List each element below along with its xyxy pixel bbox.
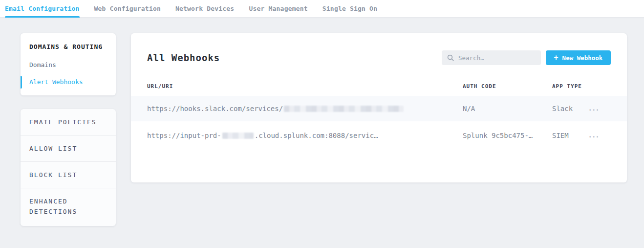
column-header-url: URL/URI [147, 83, 463, 90]
sidebar-item-email-policies[interactable]: EMAIL POLICIES [21, 109, 116, 135]
column-header-app: APP TYPE [552, 83, 589, 90]
redacted-blur [284, 106, 404, 112]
url-text: https://input-prd- [147, 132, 221, 139]
column-header-menu [589, 83, 611, 90]
row-menu-ellipsis-icon[interactable]: ••• [589, 135, 600, 139]
tab-label: Single Sign On [322, 5, 377, 12]
tab-email-configuration[interactable]: Email Configuration [5, 0, 80, 17]
webhook-url: https://input-prd-.cloud.splunk.com:8088… [147, 132, 463, 139]
plus-icon: + [554, 54, 558, 62]
auth-code: N/A [463, 105, 552, 113]
search-box [442, 50, 541, 65]
active-item-indicator [21, 76, 22, 89]
tab-network-devices[interactable]: Network Devices [175, 0, 234, 17]
page: Email Configuration Web Configuration Ne… [0, 0, 644, 248]
tab-user-management[interactable]: User Management [249, 0, 307, 17]
column-header-auth: AUTH CODE [463, 83, 552, 90]
sidebar-item-label: Domains [29, 61, 56, 68]
url-text: .cloud.splunk.com:8088/servic… [255, 132, 378, 139]
webhook-url: https://hooks.slack.com/services/ [147, 105, 463, 113]
domains-routing-header: DOMAINS & ROUTING [21, 43, 116, 50]
auth-code: Splunk 9c5bc475-… [463, 132, 552, 139]
table-row: https://input-prd-.cloud.splunk.com:8088… [131, 121, 627, 150]
domains-routing-card: DOMAINS & ROUTING Domains Alert Webhooks [21, 33, 116, 95]
search-input[interactable] [442, 50, 541, 65]
table-header-row: URL/URI AUTH CODE APP TYPE [131, 83, 627, 90]
panel-header: All Webhooks + New Webhook [131, 50, 627, 65]
app-type: Slack [552, 105, 589, 113]
url-text: https://hooks.slack.com/services/ [147, 105, 283, 113]
tab-web-configuration[interactable]: Web Configuration [94, 0, 161, 17]
tab-label: User Management [249, 5, 307, 12]
sidebar-item-label: Alert Webhooks [29, 78, 83, 86]
row-menu-ellipsis-icon[interactable]: ••• [589, 108, 600, 113]
table-row: https://hooks.slack.com/services/ N/A Sl… [131, 96, 627, 121]
active-tab-indicator [5, 16, 80, 18]
new-webhook-label: New Webhook [562, 54, 603, 62]
sidebar-item-block-list[interactable]: BLOCK LIST [21, 162, 116, 188]
sidebar-item-allow-list[interactable]: ALLOW LIST [21, 135, 116, 162]
sidebar-item-enhanced-detections[interactable]: ENHANCED DETECTIONS [21, 188, 116, 225]
tab-label: Email Configuration [5, 5, 80, 12]
webhooks-panel: All Webhooks + New Webhook URL/URI AUTH … [131, 33, 627, 182]
policy-sections-card: EMAIL POLICIES ALLOW LIST BLOCK LIST ENH… [21, 109, 116, 226]
top-nav: Email Configuration Web Configuration Ne… [0, 0, 644, 18]
tab-single-sign-on[interactable]: Single Sign On [322, 0, 377, 17]
tab-label: Web Configuration [94, 5, 161, 12]
app-type: SIEM [552, 132, 589, 139]
search-icon [447, 54, 454, 61]
redacted-blur [222, 133, 254, 139]
sidebar-item-domains[interactable]: Domains [21, 58, 116, 71]
page-title: All Webhooks [147, 52, 220, 63]
new-webhook-button[interactable]: + New Webhook [546, 50, 611, 65]
sidebar-item-alert-webhooks[interactable]: Alert Webhooks [21, 75, 116, 89]
tab-label: Network Devices [175, 5, 234, 12]
